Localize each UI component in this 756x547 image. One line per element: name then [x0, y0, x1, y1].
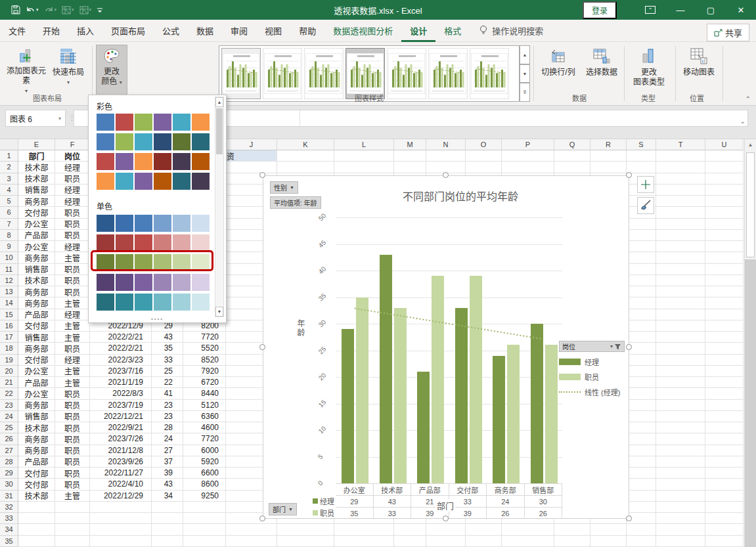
- cell-S12[interactable]: [627, 275, 656, 286]
- chart-style-thumbnail-1[interactable]: [221, 48, 261, 99]
- mono-swatch-4-5[interactable]: [192, 294, 210, 311]
- column-header-E[interactable]: E: [18, 139, 55, 150]
- column-header-M[interactable]: M: [394, 139, 426, 150]
- row-number-9[interactable]: 9: [0, 241, 18, 252]
- colorful-swatch-1-0[interactable]: [97, 133, 114, 150]
- cell-S2[interactable]: [627, 162, 656, 173]
- cell-I17[interactable]: 7720: [183, 332, 226, 343]
- row-number-12[interactable]: 12: [0, 275, 18, 286]
- row-number-26[interactable]: 26: [0, 433, 18, 445]
- cell-U7[interactable]: [705, 219, 744, 230]
- cell-H19[interactable]: 33: [152, 355, 183, 366]
- cell-S21[interactable]: [627, 377, 656, 388]
- scrollbar-track[interactable]: [745, 259, 756, 547]
- cell-P2[interactable]: [502, 162, 554, 173]
- cell-Q34[interactable]: [554, 524, 590, 535]
- cell-E22[interactable]: 办公室: [18, 388, 55, 399]
- cell-F21[interactable]: 主管: [55, 377, 90, 388]
- cell-S1[interactable]: [627, 150, 656, 162]
- tab-文件[interactable]: 文件: [0, 19, 34, 42]
- mono-swatch-3-4[interactable]: [173, 274, 190, 291]
- resize-handle-5[interactable]: [259, 515, 265, 521]
- cell-J1[interactable]: 资: [226, 150, 277, 162]
- cell-G25[interactable]: 2022/9/21: [90, 422, 152, 433]
- cell-T25[interactable]: [656, 422, 705, 433]
- cell-F31[interactable]: 主管: [55, 491, 90, 502]
- cell-T31[interactable]: [656, 491, 705, 502]
- tab-格式[interactable]: 格式: [435, 19, 470, 42]
- cell-U9[interactable]: [705, 241, 744, 252]
- cell-T4[interactable]: [656, 185, 705, 196]
- cell-I26[interactable]: 7720: [183, 433, 226, 445]
- cell-K34[interactable]: [277, 524, 334, 535]
- cell-H24[interactable]: 23: [152, 411, 183, 422]
- cell-E6[interactable]: 交付部: [18, 207, 55, 218]
- colorful-swatch-3-5[interactable]: [192, 173, 210, 190]
- cell-F1[interactable]: 岗位: [55, 150, 90, 162]
- cell-I30[interactable]: 8600: [183, 479, 226, 490]
- cell-S9[interactable]: [627, 241, 656, 252]
- colorful-swatch-3-4[interactable]: [173, 173, 190, 190]
- cell-N2[interactable]: [426, 162, 466, 173]
- cell-S27[interactable]: [627, 445, 656, 456]
- cell-G33[interactable]: [90, 513, 152, 524]
- row-number-2[interactable]: 2: [0, 162, 18, 173]
- cell-I27[interactable]: 6000: [183, 445, 226, 456]
- cell-I28[interactable]: 5920: [183, 456, 226, 468]
- cell-F17[interactable]: 主管: [55, 332, 90, 343]
- cell-T15[interactable]: [656, 309, 705, 320]
- cell-H30[interactable]: 43: [152, 479, 183, 490]
- cell-L1[interactable]: [334, 150, 394, 162]
- chart-style-thumbnail-5[interactable]: [387, 48, 426, 99]
- cell-S31[interactable]: [627, 491, 656, 502]
- cell-T8[interactable]: [656, 230, 705, 241]
- cell-U23[interactable]: [705, 400, 744, 411]
- colorful-swatch-2-0[interactable]: [97, 153, 114, 170]
- cell-F4[interactable]: 经理: [55, 185, 90, 196]
- cell-E28[interactable]: 产品部: [18, 456, 55, 468]
- resize-handle-2[interactable]: [626, 172, 632, 178]
- add-chart-element-button[interactable]: 添加图表元素▾: [5, 45, 47, 96]
- cell-S11[interactable]: [627, 264, 656, 275]
- cell-T13[interactable]: [656, 286, 705, 297]
- resize-handle-7[interactable]: [626, 515, 632, 521]
- cell-H23[interactable]: 23: [152, 400, 183, 411]
- cell-U14[interactable]: [705, 297, 744, 309]
- cell-E10[interactable]: 商务部: [18, 252, 55, 263]
- cell-K35[interactable]: [277, 536, 334, 547]
- cell-G34[interactable]: [90, 524, 152, 535]
- mono-swatch-3-1[interactable]: [116, 274, 133, 291]
- mono-swatch-1-3[interactable]: [154, 234, 171, 252]
- cell-S19[interactable]: [627, 355, 656, 366]
- cell-E1[interactable]: 部门: [18, 150, 55, 162]
- mono-swatch-0-4[interactable]: [173, 215, 190, 232]
- cell-E27[interactable]: 商务部: [18, 445, 55, 456]
- cell-U15[interactable]: [705, 309, 744, 320]
- cell-E30[interactable]: 交付部: [18, 479, 55, 490]
- mono-swatch-4-0[interactable]: [97, 294, 114, 311]
- cell-E7[interactable]: 办公室: [18, 219, 55, 230]
- mono-swatch-1-0[interactable]: [97, 234, 114, 252]
- cell-S17[interactable]: [627, 332, 656, 343]
- row-number-7[interactable]: 7: [0, 219, 18, 230]
- colorful-swatch-1-2[interactable]: [135, 133, 152, 150]
- colorful-swatch-0-5[interactable]: [192, 114, 210, 131]
- cell-E2[interactable]: 技术部: [18, 162, 55, 173]
- cell-E15[interactable]: 产品部: [18, 309, 55, 320]
- cell-P35[interactable]: [502, 536, 554, 547]
- share-button[interactable]: 共享: [707, 24, 749, 41]
- mono-swatch-4-4[interactable]: [173, 294, 190, 311]
- chart-style-thumbnail-7[interactable]: [470, 48, 509, 99]
- redo-icon[interactable]: ▾: [42, 5, 59, 16]
- cell-F24[interactable]: 职员: [55, 411, 90, 422]
- x-axis-title[interactable]: 部门: [435, 499, 455, 512]
- cell-E17[interactable]: 销售部: [18, 332, 55, 343]
- cell-S20[interactable]: [627, 366, 656, 377]
- cell-S16[interactable]: [627, 320, 656, 332]
- resize-handle-6[interactable]: [443, 515, 449, 521]
- cell-M1[interactable]: [394, 150, 426, 162]
- mono-swatch-0-0[interactable]: [97, 215, 114, 232]
- cell-F6[interactable]: 职员: [55, 207, 90, 218]
- customize-qat-icon[interactable]: [95, 5, 105, 14]
- cell-U4[interactable]: [705, 185, 744, 196]
